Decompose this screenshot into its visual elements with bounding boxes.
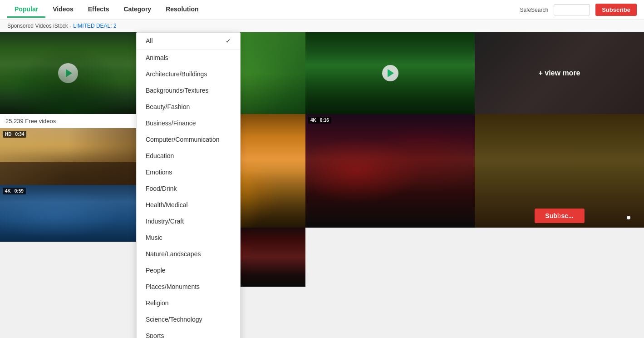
left-video-item-1[interactable]: HD 0:34 — [0, 128, 136, 185]
quality-badge-4k: 4K — [5, 189, 11, 194]
dropdown-item-music[interactable]: Music — [137, 229, 240, 246]
content-area: 25,239 Free videos HD 0:34 4K 0:59 — [0, 32, 644, 337]
tab-category[interactable]: Category — [116, 2, 158, 18]
dropdown-item-religion[interactable]: Religion — [137, 295, 240, 311]
video-badge-2: 4K 0:59 — [3, 188, 26, 194]
dropdown-item-sports[interactable]: Sports — [137, 328, 240, 338]
dropdown-label-sports: Sports — [146, 332, 164, 338]
sponsored-link[interactable]: LIMITED DEAL: 2 — [73, 23, 116, 29]
grid-video-4[interactable]: 4K 0:16 — [305, 114, 475, 228]
dropdown-label-backgrounds: Backgrounds/Textures — [146, 87, 209, 94]
left-video-item-2[interactable]: 4K 0:59 — [0, 185, 136, 242]
dropdown-label-emotions: Emotions — [146, 169, 172, 176]
dropdown-item-architecture[interactable]: Architecture/Buildings — [137, 66, 240, 82]
dropdown-item-education[interactable]: Education — [137, 148, 240, 164]
video-badge-grid-4: 4K 0:16 — [308, 117, 331, 124]
dropdown-item-food[interactable]: Food/Drink — [137, 180, 240, 197]
duration-1: 0:34 — [15, 132, 24, 137]
dropdown-item-computer[interactable]: Computer/Communication — [137, 131, 240, 148]
play-button-2[interactable] — [382, 65, 398, 81]
quality-badge-hd: HD — [5, 132, 11, 137]
dropdown-label-all: All — [146, 37, 153, 45]
dropdown-item-places[interactable]: Places/Monuments — [137, 278, 240, 295]
dropdown-item-nature[interactable]: Nature/Landscapes — [137, 246, 240, 262]
dropdown-label-nature: Nature/Landscapes — [146, 250, 201, 258]
dropdown-label-religion: Religion — [146, 299, 169, 307]
quality-4k-grid: 4K — [310, 118, 316, 123]
hero-video[interactable] — [0, 32, 136, 114]
dropdown-label-beauty: Beauty/Fashion — [146, 103, 190, 110]
top-bar: Popular Videos Effects Category Resoluti… — [0, 0, 644, 20]
dropdown-item-industry[interactable]: Industry/Craft — [137, 213, 240, 229]
dropdown-label-business: Business/Finance — [146, 119, 196, 127]
grid-video-2[interactable] — [305, 32, 475, 114]
video-badge-1: HD 0:34 — [3, 131, 26, 138]
tab-effects[interactable]: Effects — [81, 2, 117, 18]
duration-grid-4: 0:16 — [320, 118, 329, 123]
dropdown-label-science: Science/Technology — [146, 316, 202, 323]
dropdown-label-music: Music — [146, 234, 162, 241]
dropdown-item-animals[interactable]: Animals — [137, 50, 240, 66]
dropdown-label-places: Places/Monuments — [146, 283, 200, 290]
subscribe-button[interactable]: Subscribe — [595, 4, 637, 16]
top-bar-right: SafeSearch Subscribe — [520, 4, 637, 16]
dropdown-item-business[interactable]: Business/Finance — [137, 115, 240, 131]
sponsored-text: Sponsored Videos iStock - — [7, 23, 71, 29]
grid-video-viewmore[interactable]: + view more — [475, 32, 644, 114]
dropdown-label-industry: Industry/Craft — [146, 218, 184, 225]
safesearch-label: SafeSearch — [520, 7, 548, 13]
checkmark-all: ✓ — [226, 37, 231, 45]
sponsored-bar: Sponsored Videos iStock - LIMITED DEAL: … — [0, 20, 644, 32]
tab-videos[interactable]: Videos — [45, 2, 81, 18]
dropdown-item-emotions[interactable]: Emotions — [137, 164, 240, 180]
dropdown-label-architecture: Architecture/Buildings — [146, 70, 207, 78]
dropdown-item-backgrounds[interactable]: Backgrounds/Textures — [137, 82, 240, 99]
view-more-label: + view more — [538, 69, 580, 77]
dropdown-label-people: People — [146, 267, 166, 274]
dropdown-item-people[interactable]: People — [137, 262, 240, 278]
dropdown-label-health: Health/Medical — [146, 201, 188, 209]
dropdown-item-health[interactable]: Health/Medical — [137, 197, 240, 213]
video-count: 25,239 Free videos — [0, 114, 136, 128]
search-input[interactable] — [554, 4, 590, 15]
dropdown-item-beauty[interactable]: Beauty/Fashion — [137, 99, 240, 115]
dot-indicator — [627, 216, 630, 219]
grid-video-5[interactable]: Subbsc... — [475, 114, 644, 228]
dropdown-item-science[interactable]: Science/Technology — [137, 311, 240, 328]
duration-2: 0:59 — [15, 189, 24, 194]
play-button[interactable] — [58, 63, 78, 83]
dropdown-label-food: Food/Drink — [146, 185, 177, 192]
nav-tabs: Popular Videos Effects Category Resoluti… — [7, 2, 206, 18]
left-panel: 25,239 Free videos HD 0:34 4K 0:59 — [0, 32, 136, 337]
subscribe-video-button[interactable]: Subbsc... — [534, 209, 584, 223]
dropdown-item-all[interactable]: All ✓ — [137, 33, 240, 49]
dropdown-label-education: Education — [146, 152, 174, 159]
dropdown-label-animals: Animals — [146, 54, 168, 61]
tab-popular[interactable]: Popular — [7, 2, 45, 18]
category-dropdown: All ✓ Animals Architecture/Buildings Bac… — [136, 32, 241, 338]
tab-resolution[interactable]: Resolution — [158, 2, 206, 18]
dropdown-label-computer: Computer/Communication — [146, 136, 220, 143]
